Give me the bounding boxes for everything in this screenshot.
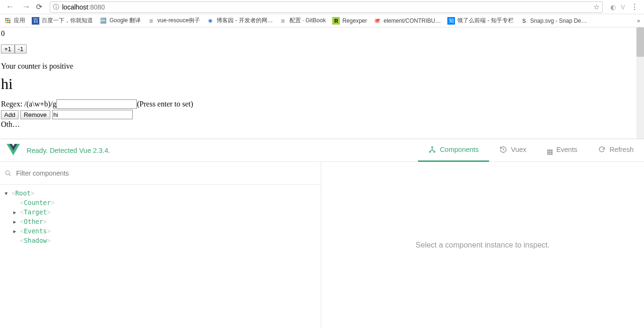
forward-button[interactable]: →	[20, 2, 32, 12]
tree-node[interactable]: <Shadow>	[0, 236, 321, 245]
url-text: localhost:8080	[62, 3, 105, 11]
history-icon	[499, 146, 507, 153]
svg-point-3	[6, 170, 9, 174]
browser-toolbar: ← → ⟳ ⓘ localhost:8080 ☆ ◐ V ⋮	[0, 0, 644, 14]
bookmark-item[interactable]: RRegexper	[332, 17, 367, 25]
chevron-right-icon[interactable]: ▶	[13, 219, 19, 224]
filter-input[interactable]	[16, 169, 316, 177]
chevron-right-icon[interactable]: ▶	[13, 210, 19, 215]
devtools-header: Ready. Detected Vue 2.3.4. Components Vu…	[0, 139, 644, 162]
bookmark-item[interactable]: SSnap.svg - Snap De…	[520, 17, 587, 25]
favicon-icon: R	[332, 17, 340, 25]
tree-node-label: <Other>	[20, 218, 47, 225]
tab-components[interactable]: Components	[418, 139, 489, 162]
page-scrollbar[interactable]	[636, 27, 644, 139]
tree-node[interactable]: ▼<Root>	[0, 188, 321, 198]
info-icon[interactable]: ⓘ	[53, 3, 59, 11]
grid-icon	[547, 145, 553, 155]
tree-node-label: <Root>	[11, 189, 35, 197]
address-bar[interactable]: ⓘ localhost:8080 ☆	[50, 1, 603, 13]
inspector-panel: Select a component instance to inspect.	[321, 162, 644, 328]
component-tree: ▼<Root><Counter>▶<Target>▶<Other>▶<Event…	[0, 185, 321, 249]
tree-node[interactable]: ▶<Events>	[0, 226, 321, 236]
tree-node-label: <Counter>	[20, 199, 54, 206]
svg-point-0	[432, 147, 433, 148]
bookmark-item[interactable]: 知饿了么前端 - 知乎专栏	[447, 17, 514, 25]
svg-point-1	[429, 151, 431, 152]
tab-vuex[interactable]: Vuex	[489, 139, 537, 162]
devtools-status: Ready. Detected Vue 2.3.4.	[27, 147, 418, 154]
tree-node-label: <Shadow>	[20, 237, 51, 244]
filter-bar	[0, 162, 321, 185]
file-icon: 🗎	[147, 17, 155, 25]
devtools-tabs: Components Vuex Events Refresh	[418, 139, 644, 162]
favicon-icon: ◉	[207, 17, 214, 25]
favicon-icon: 百	[32, 17, 39, 25]
tree-node-label: <Events>	[20, 227, 51, 235]
search-icon	[5, 170, 11, 177]
bookmark-item[interactable]: 🔤Google 翻译	[100, 17, 141, 25]
components-icon	[428, 146, 436, 153]
tree-node-label: <Target>	[20, 208, 51, 216]
favicon-icon: S	[520, 17, 528, 25]
add-button[interactable]: Add	[1, 110, 18, 119]
component-tree-panel: ▼<Root><Counter>▶<Target>▶<Other>▶<Event…	[0, 162, 321, 328]
apps-button[interactable]: 应用	[4, 17, 25, 25]
bookmark-item[interactable]: 🗎vue-resouce例子	[147, 17, 200, 25]
file-icon: 🗎	[280, 17, 287, 25]
tree-node[interactable]: ▶<Other>	[0, 217, 321, 226]
regex-label: Regex: /(a\w+b)/g	[1, 100, 56, 108]
bookmark-item[interactable]: ◉博客园 - 开发者的网…	[207, 17, 273, 25]
tab-refresh[interactable]: Refresh	[588, 139, 644, 162]
empty-message: Select a component instance to inspect.	[416, 241, 550, 249]
bookmarks-overflow[interactable]: »	[637, 18, 640, 24]
browser-menu-button[interactable]: ⋮	[629, 2, 640, 11]
heading: hi	[1, 75, 643, 93]
decrement-button[interactable]: -1	[15, 44, 27, 53]
tab-events[interactable]: Events	[537, 139, 588, 162]
github-icon: 🐙	[373, 17, 381, 25]
counter-value: 0	[1, 29, 643, 38]
text-input[interactable]	[52, 110, 133, 119]
favicon-icon: 🔤	[100, 17, 107, 25]
scrollbar-thumb[interactable]	[636, 27, 644, 57]
apps-label: 应用	[14, 17, 25, 25]
regex-input[interactable]	[56, 99, 137, 109]
bookmark-item[interactable]: 🐙element/CONTRIBU…	[373, 17, 441, 25]
refresh-icon	[598, 146, 606, 153]
vue-logo-icon	[7, 144, 20, 157]
bookmark-item[interactable]: 🗎配置 · GitBook	[280, 17, 326, 25]
tree-node[interactable]: ▶<Target>	[0, 207, 321, 217]
back-button[interactable]: ←	[4, 2, 16, 12]
reload-button[interactable]: ⟳	[36, 2, 42, 11]
favicon-icon: 知	[447, 17, 455, 25]
extension-icons: ◐ V	[610, 3, 625, 11]
tree-node[interactable]: <Counter>	[0, 198, 321, 207]
ext-icon-vue[interactable]: V	[621, 3, 625, 11]
apps-icon	[4, 17, 11, 25]
regex-hint: (Press enter to set)	[137, 100, 193, 108]
counter-message: Your counter is positive	[1, 62, 643, 71]
other-text: Oth…	[1, 120, 643, 129]
ext-icon-1[interactable]: ◐	[610, 3, 616, 11]
chevron-down-icon[interactable]: ▼	[5, 191, 10, 196]
svg-point-2	[434, 151, 435, 152]
chevron-right-icon[interactable]: ▶	[13, 229, 19, 234]
remove-button[interactable]: Remove	[20, 110, 50, 119]
increment-button[interactable]: +1	[1, 44, 15, 53]
page-content: 0 +1-1 Your counter is positive hi Regex…	[0, 27, 644, 139]
vue-devtools: Ready. Detected Vue 2.3.4. Components Vu…	[0, 139, 644, 328]
bookmark-star-icon[interactable]: ☆	[593, 3, 599, 11]
bookmarks-bar: 应用 百百度一下，你就知道 🔤Google 翻译 🗎vue-resouce例子 …	[0, 14, 644, 27]
bookmark-item[interactable]: 百百度一下，你就知道	[32, 17, 93, 25]
